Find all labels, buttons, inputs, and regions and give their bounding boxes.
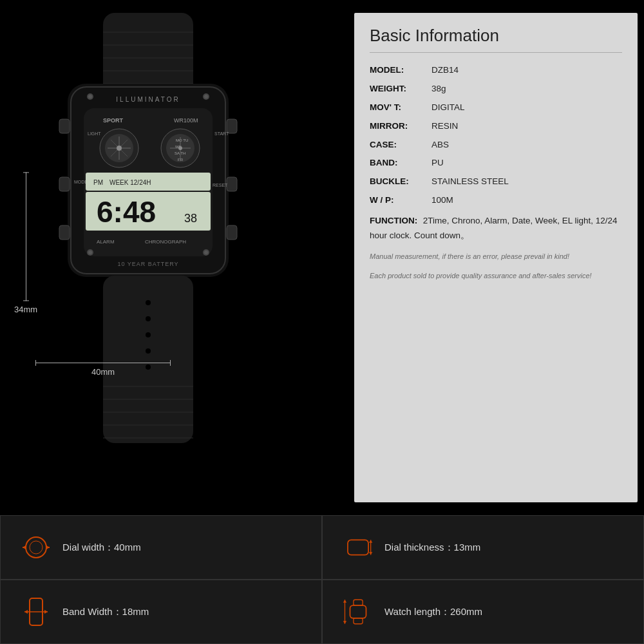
info-val-0: DZB14 [431,64,459,77]
info-key-0: MODEL: [370,64,428,77]
watch-image: ILLUMINATOR SPORT WR100M [32,13,264,451]
svg-point-53 [204,251,208,254]
info-key-6: BUCKLE: [370,176,428,188]
svg-point-58 [146,332,151,337]
info-row-2: MOV' T: DIGITAL [370,102,622,114]
info-row-7: W / P: 100M [370,194,622,207]
band-width-label: Band Width：18mm [62,606,149,618]
svg-rect-72 [348,540,368,554]
watch-length-icon [342,596,374,628]
info-val-6: STAINLESS STEEL [431,176,509,188]
function-key: FUNCTION: [370,216,417,225]
dial-thickness-icon [342,531,374,564]
svg-rect-82 [354,618,363,624]
svg-text:10 YEAR BATTERY: 10 YEAR BATTERY [117,261,178,267]
svg-marker-69 [23,545,26,549]
svg-point-59 [146,348,151,354]
main-content: 34mm ILLUMINATOR [0,0,644,515]
dial-thickness-label: Dial thickness：13mm [384,542,480,554]
svg-text:WR100M: WR100M [174,117,198,124]
spec-dial-width: Dial width：40mm [0,515,322,580]
svg-rect-13 [59,119,70,133]
panel-title: Basic Information [370,26,622,53]
dial-width-label: Dial width：40mm [62,542,141,554]
svg-text:ALARM: ALARM [97,239,115,245]
svg-text:38: 38 [184,212,197,225]
svg-text:WEEK  12/24H: WEEK 12/24H [109,179,151,186]
svg-rect-15 [59,225,70,240]
width-dimension-label: 40mm [91,367,115,377]
info-key-7: W / P: [370,194,428,207]
svg-rect-18 [227,225,237,240]
info-key-5: BAND: [370,157,428,169]
svg-text:PM: PM [93,179,103,186]
svg-point-10 [88,95,92,99]
svg-point-57 [146,316,151,321]
specs-bar: Dial width：40mm Dial thickness：13mm [0,515,644,644]
svg-point-28 [117,146,122,151]
svg-point-67 [30,541,43,554]
svg-point-66 [26,537,46,558]
function-row: FUNCTION: 2Time, Chrono, Alarm, Date, We… [370,213,622,242]
info-row-6: BUCKLE: STAINLESS STEEL [370,176,622,188]
spec-band-width: Band Width：18mm [0,580,322,644]
svg-point-56 [146,300,151,305]
dial-width-icon [20,531,52,564]
watch-length-label: Watch length：260mm [384,606,482,618]
info-row-0: MODEL: DZB14 [370,64,622,77]
watch-area: 34mm ILLUMINATOR [0,0,348,515]
svg-point-51 [88,251,92,254]
info-row-4: CASE: ABS [370,139,622,151]
svg-text:START: START [214,131,229,136]
svg-rect-17 [227,177,237,191]
info-key-2: MOV' T: [370,102,428,114]
info-val-5: PU [431,157,444,169]
info-row-3: MIRROR: RESIN [370,120,622,133]
svg-text:6:48: 6:48 [97,195,156,229]
svg-marker-79 [44,610,48,614]
info-row-1: WEIGHT: 38g [370,83,622,95]
info-val-4: ABS [431,139,449,151]
info-val-3: RESIN [431,120,458,133]
info-val-7: 100M [431,194,453,207]
svg-rect-80 [354,600,363,605]
svg-text:LIGHT: LIGHT [88,131,101,136]
svg-point-37 [178,146,182,150]
svg-marker-78 [24,610,28,614]
info-row-5: BAND: PU [370,157,622,169]
svg-rect-81 [350,605,366,618]
info-key-3: MIRROR: [370,120,428,133]
svg-text:SPORT: SPORT [103,117,124,124]
svg-text:MO TU: MO TU [176,138,188,142]
svg-text:RESET: RESET [213,183,228,187]
svg-point-12 [204,95,208,99]
note-line2: Each product sold to provide quality ass… [370,270,622,281]
info-val-2: DIGITAL [431,102,465,114]
svg-marker-71 [46,545,50,549]
svg-text:CHRONOGRAPH: CHRONOGRAPH [145,239,186,245]
svg-marker-75 [369,552,372,554]
info-key-1: WEIGHT: [370,83,428,95]
info-key-4: CASE: [370,139,428,151]
band-width-icon [20,596,52,628]
svg-marker-84 [343,600,346,602]
svg-marker-74 [369,540,372,542]
info-panel: Basic Information MODEL: DZB14WEIGHT: 38… [354,13,638,502]
info-val-1: 38g [431,83,446,95]
note-line1: Manual measurement, if there is an error… [370,251,622,262]
svg-marker-85 [343,621,346,623]
svg-text:ILLUMINATOR: ILLUMINATOR [116,96,180,103]
spec-watch-length: Watch length：260mm [322,580,644,644]
svg-rect-14 [59,177,70,191]
spec-dial-thickness: Dial thickness：13mm [322,515,644,580]
